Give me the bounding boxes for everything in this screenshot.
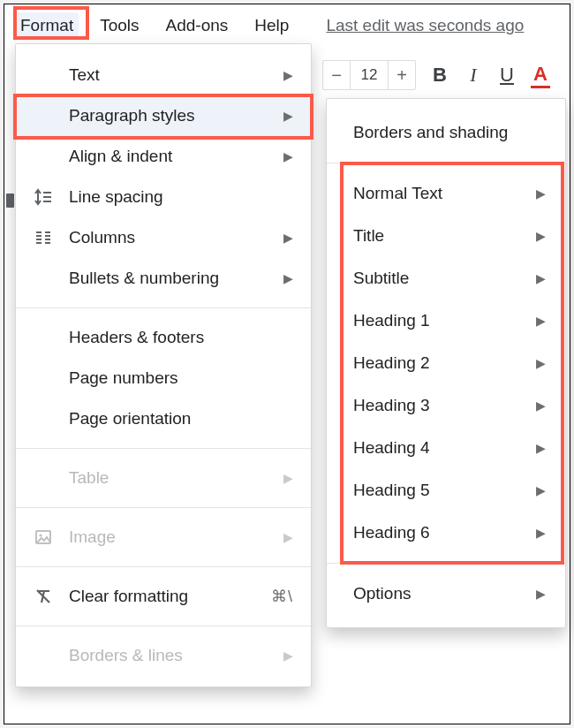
menu-item-label: Table — [69, 468, 283, 488]
columns-icon — [34, 228, 69, 247]
submenu-item-heading-3[interactable]: Heading 3▶ — [327, 384, 565, 427]
chevron-right-icon: ▶ — [283, 530, 293, 544]
chevron-right-icon: ▶ — [283, 271, 293, 285]
menu-item-text[interactable]: Text▶ — [16, 55, 311, 95]
menu-item-label: Columns — [69, 228, 283, 247]
submenu-item-label: Subtitle — [353, 269, 536, 288]
submenu-item-heading-5[interactable]: Heading 5▶ — [327, 469, 565, 512]
clear-format-icon — [34, 587, 69, 606]
ruler-indent-marker[interactable] — [6, 193, 14, 208]
submenu-item-label: Heading 1 — [353, 311, 536, 330]
chevron-right-icon: ▶ — [536, 186, 546, 201]
menu-item-clear-formatting[interactable]: Clear formatting⌘\ — [16, 576, 311, 617]
font-size-input[interactable]: 12 — [350, 61, 389, 89]
menu-item-label: Bullets & numbering — [69, 269, 283, 288]
text-color-button[interactable]: A — [531, 63, 550, 88]
submenu-item-heading-6[interactable]: Heading 6▶ — [327, 512, 565, 554]
chevron-right-icon: ▶ — [283, 648, 293, 663]
submenu-item-label: Normal Text — [353, 184, 536, 203]
toolbar: − 12 + B I U A — [322, 57, 550, 93]
submenu-item-subtitle[interactable]: Subtitle▶ — [327, 257, 565, 300]
menu-item-label: Paragraph styles — [69, 106, 283, 125]
menu-item-paragraph-styles[interactable]: Paragraph styles▶ — [16, 95, 311, 136]
submenu-item-heading-1[interactable]: Heading 1▶ — [327, 300, 565, 342]
submenu-item-label: Borders and shading — [353, 123, 546, 142]
chevron-right-icon: ▶ — [283, 109, 293, 123]
submenu-item-borders-and-shading[interactable]: Borders and shading — [327, 111, 565, 154]
menu-separator — [16, 448, 311, 449]
font-size-decrease-button[interactable]: − — [323, 61, 350, 89]
menu-item-align-indent[interactable]: Align & indent▶ — [16, 136, 311, 177]
underline-button[interactable]: U — [497, 64, 517, 87]
chevron-right-icon: ▶ — [283, 471, 293, 485]
menu-item-headers-footers[interactable]: Headers & footers — [16, 317, 311, 358]
svg-point-1 — [39, 534, 42, 536]
menu-separator — [16, 307, 311, 308]
submenu-item-title[interactable]: Title▶ — [327, 215, 565, 257]
menu-separator — [16, 507, 311, 508]
chevron-right-icon: ▶ — [536, 314, 546, 328]
submenu-item-heading-2[interactable]: Heading 2▶ — [327, 342, 565, 384]
menu-item-label: Page numbers — [69, 368, 293, 388]
chevron-right-icon: ▶ — [536, 441, 546, 455]
menu-separator — [16, 566, 311, 567]
submenu-item-options[interactable]: Options▶ — [327, 573, 565, 615]
chevron-right-icon: ▶ — [536, 483, 546, 497]
chevron-right-icon: ▶ — [536, 229, 546, 243]
menu-item-columns[interactable]: Columns▶ — [16, 217, 311, 258]
menu-item-label: Align & indent — [69, 147, 283, 166]
chevron-right-icon: ▶ — [283, 68, 293, 82]
submenu-item-label: Heading 5 — [353, 481, 536, 500]
line-spacing-icon — [34, 187, 69, 207]
menu-item-label: Headers & footers — [69, 328, 293, 347]
submenu-item-heading-4[interactable]: Heading 4▶ — [327, 427, 565, 469]
submenu-item-label: Options — [353, 584, 536, 603]
chevron-right-icon: ▶ — [283, 149, 293, 163]
menu-separator — [327, 563, 565, 564]
menu-item-label: Clear formatting — [69, 587, 271, 606]
menu-item-table: Table▶ — [16, 458, 311, 498]
submenu-item-label: Heading 2 — [353, 353, 536, 373]
submenu-item-label: Heading 4 — [353, 438, 536, 458]
menu-item-label: Borders & lines — [69, 646, 283, 665]
menu-item-page-numbers[interactable]: Page numbers — [16, 358, 311, 398]
menu-separator — [16, 626, 311, 626]
submenu-item-label: Heading 6 — [353, 523, 536, 542]
paragraph-styles-submenu: Borders and shadingNormal Text▶Title▶Sub… — [326, 98, 566, 628]
menu-tools[interactable]: Tools — [94, 12, 144, 39]
menu-separator — [327, 163, 565, 163]
font-size-increase-button[interactable]: + — [389, 61, 415, 89]
chevron-right-icon: ▶ — [536, 356, 546, 370]
menu-item-label: Line spacing — [69, 187, 293, 207]
submenu-item-label: Title — [353, 226, 536, 246]
menu-item-image: Image▶ — [16, 517, 311, 557]
chevron-right-icon: ▶ — [536, 587, 546, 601]
font-size-stepper: − 12 + — [322, 60, 416, 90]
menu-item-label: Page orientation — [69, 409, 293, 428]
menu-help[interactable]: Help — [249, 12, 294, 39]
menu-item-line-spacing[interactable]: Line spacing — [16, 177, 311, 217]
menu-item-borders-lines: Borders & lines▶ — [16, 635, 311, 676]
menu-format[interactable]: Format — [15, 12, 79, 39]
chevron-right-icon: ▶ — [536, 271, 546, 285]
image-icon — [34, 527, 69, 547]
submenu-item-normal-text[interactable]: Normal Text▶ — [327, 172, 565, 215]
chevron-right-icon: ▶ — [536, 398, 546, 413]
menu-item-label: Text — [69, 65, 283, 85]
bold-button[interactable]: B — [430, 64, 449, 87]
menu-item-page-orientation[interactable]: Page orientation — [16, 398, 311, 439]
menubar: Format Tools Add-ons Help Last edit was … — [15, 11, 524, 41]
chevron-right-icon: ▶ — [536, 526, 546, 540]
submenu-item-label: Heading 3 — [353, 396, 536, 415]
last-edit-link[interactable]: Last edit was seconds ago — [326, 16, 524, 35]
italic-button[interactable]: I — [464, 64, 483, 87]
menu-item-bullets-numbering[interactable]: Bullets & numbering▶ — [16, 258, 311, 299]
chevron-right-icon: ▶ — [283, 231, 293, 245]
format-menu: Text▶Paragraph styles▶Align & indent▶ Li… — [15, 43, 312, 687]
menu-addons[interactable]: Add-ons — [161, 12, 234, 39]
menu-item-label: Image — [69, 527, 283, 547]
app-frame: Format Tools Add-ons Help Last edit was … — [4, 4, 570, 724]
menu-shortcut: ⌘\ — [271, 587, 293, 606]
